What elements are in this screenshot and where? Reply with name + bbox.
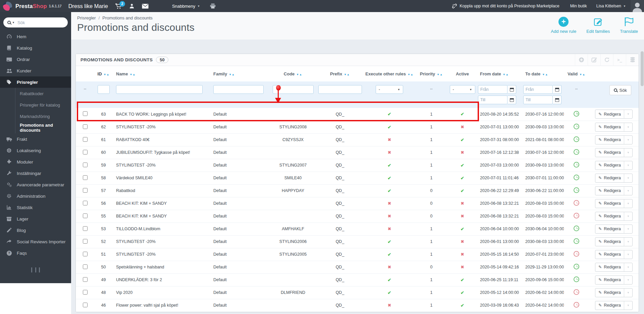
edit-dropdown-toggle[interactable]: ▼ [624, 225, 632, 233]
search-scope-dropdown-icon[interactable]: ▼ [12, 21, 15, 24]
active-filter-select[interactable]: -▼ [450, 85, 475, 94]
edit-button[interactable]: ✎ Redigera ▼ [595, 225, 633, 234]
edit-button[interactable]: ✎ Redigera ▼ [595, 288, 633, 297]
breadcrumb-prisregler[interactable]: Prisregler [77, 15, 96, 20]
edit-icon[interactable] [588, 54, 600, 66]
sidebar-item-rabattkoder[interactable]: Rabattkoder [15, 88, 71, 99]
column-header-priority[interactable]: Priority▼▲ [415, 66, 448, 81]
shop-name[interactable]: Dress like Marie [68, 3, 108, 9]
sidebar-item-frakt[interactable]: Frakt [0, 133, 71, 145]
table-row[interactable]: 50 Spetsklänning + halsband Default QD_ … [76, 261, 639, 273]
row-checkbox[interactable] [83, 137, 88, 142]
column-header-to-date[interactable]: To date▼▲ [522, 66, 564, 81]
edit-button[interactable]: ✎ Redigera ▼ [595, 110, 633, 119]
mail-icon[interactable] [142, 4, 149, 9]
edit-dropdown-toggle[interactable]: ▼ [624, 250, 632, 259]
edit-dropdown-toggle[interactable]: ▼ [624, 136, 632, 144]
column-header-from-date[interactable]: From date▼▲ [477, 66, 522, 81]
prestashop-logo[interactable]: PrestaShop 1.6.1.17 [0, 2, 62, 11]
edit-button[interactable]: ✎ Redigera ▼ [595, 161, 633, 170]
column-header-name[interactable]: Name▼▲ [113, 66, 210, 81]
from-date-from-input[interactable] [478, 85, 507, 94]
edit-button[interactable]: ✎ Redigera ▼ [595, 250, 633, 259]
row-checkbox[interactable] [83, 226, 88, 231]
row-checkbox[interactable] [83, 239, 88, 244]
from-date-till-input[interactable] [478, 96, 507, 104]
add-new-rule-button[interactable]: + Add new rule [551, 17, 576, 34]
table-row[interactable]: 62 STYLINGTEST -20% Default STYLING2008 … [76, 121, 639, 133]
quick-menu[interactable]: Snabbmeny▼ [172, 4, 200, 9]
sidebar-item-hem[interactable]: Hem [0, 31, 71, 42]
row-checkbox[interactable] [83, 264, 88, 269]
sidebar-item-administration[interactable]: Administration [0, 190, 71, 202]
edit-families-button[interactable]: Edit families [586, 17, 610, 34]
edit-dropdown-toggle[interactable]: ▼ [624, 199, 632, 208]
my-shop-link[interactable]: Min butik [570, 4, 587, 8]
execute-filter-select[interactable]: -▼ [376, 85, 403, 94]
sidebar-item-marknadsforing[interactable]: Marknadsföring [15, 111, 71, 122]
to-date-from-input[interactable] [523, 85, 553, 94]
filter-search-button[interactable]: Sök [609, 85, 631, 95]
table-row[interactable]: 60 JUBILEUMSOUFIT: Tygkasse på köpet! De… [76, 146, 639, 159]
refresh-icon[interactable] [600, 54, 613, 66]
edit-dropdown-toggle[interactable]: ▼ [624, 276, 632, 284]
row-checkbox[interactable] [83, 252, 88, 256]
edit-button[interactable]: ✎ Redigera ▼ [595, 275, 633, 285]
terminal-icon[interactable]: >_ [613, 54, 626, 66]
sidebar-item-statistik[interactable]: Statistik [0, 202, 71, 213]
edit-dropdown-toggle[interactable]: ▼ [624, 289, 632, 297]
sidebar-item-avancerade-parametrar[interactable]: Avancerade parametrar [0, 179, 71, 190]
calendar-button[interactable] [553, 96, 561, 104]
table-row[interactable]: 56 BEACH KIT: KIM + SANDY Default QD_ ✖ … [76, 197, 639, 210]
prefix-filter-input[interactable] [318, 85, 362, 94]
row-checkbox[interactable] [83, 303, 88, 307]
edit-dropdown-toggle[interactable]: ▼ [624, 238, 632, 246]
sidebar-item-promotions-and-discounts[interactable]: Promotions and discounts [15, 122, 71, 133]
table-row[interactable]: 48 Vip 2020 Default DLMFRIEND QD_ ✔ 1 ✔ … [76, 286, 639, 299]
edit-button[interactable]: ✎ Redigera ▼ [595, 199, 633, 208]
code-filter-input[interactable] [273, 85, 314, 94]
row-checkbox[interactable] [83, 188, 88, 193]
column-header-prefix[interactable]: Prefix▼▲ [316, 66, 364, 81]
avatar[interactable] [631, 0, 644, 12]
sidebar-item-prisregler[interactable]: Prisregler [0, 76, 71, 88]
edit-dropdown-toggle[interactable]: ▼ [624, 212, 632, 221]
user-menu[interactable]: Lisa Kittelsen▼ [596, 4, 626, 8]
table-row[interactable]: 53 TILLGODO-M.Lindblom Default AMFHAKLF … [76, 223, 639, 235]
edit-dropdown-toggle[interactable]: ▼ [624, 123, 632, 131]
edit-dropdown-toggle[interactable]: ▼ [624, 161, 632, 170]
table-row[interactable]: 58 Värdekod SMILE40 Default SMILE40 QD_ … [76, 172, 639, 184]
table-row[interactable]: 55 BEACH KIT: KIM + SANDY Default QD_ ✖ … [76, 210, 639, 223]
print-icon[interactable] [210, 3, 216, 9]
to-date-till-input[interactable] [523, 96, 553, 104]
table-row[interactable]: 59 STYLINGTEST -20% Default STYLING2007 … [76, 159, 639, 172]
edit-button[interactable]: ✎ Redigera ▼ [595, 301, 633, 310]
row-checkbox[interactable] [83, 213, 88, 218]
name-filter-input[interactable] [116, 85, 203, 94]
cart-icon[interactable]: 2 [115, 3, 122, 9]
edit-button[interactable]: ✎ Redigera ▼ [595, 186, 633, 195]
sidebar-item-blog[interactable]: Blog [0, 225, 71, 236]
edit-button[interactable]: ✎ Redigera ▼ [595, 123, 633, 132]
calendar-button[interactable] [553, 85, 561, 94]
row-checkbox[interactable] [83, 111, 88, 116]
table-row[interactable]: 46 Flower power: valfri sjal på köpet! D… [76, 299, 639, 312]
edit-button[interactable]: ✎ Redigera ▼ [595, 263, 633, 272]
sidebar-item-kunder[interactable]: Kunder [0, 65, 71, 76]
user-icon[interactable] [129, 3, 135, 9]
table-row[interactable]: 51 STYLINGTEST -20% Default STYLING2005 … [76, 248, 639, 261]
column-header-valid[interactable]: Valid▼▲ [564, 66, 589, 81]
edit-dropdown-toggle[interactable]: ▼ [624, 110, 632, 118]
sidebar-search[interactable]: ▼ [3, 17, 68, 27]
column-header-execute-other-rules[interactable]: Execute other rules▼▲ [364, 66, 415, 81]
table-row[interactable]: 61 RABATTKOD 40€ Default C9ZYSSJX QD_ ✖ … [76, 133, 639, 146]
edit-button[interactable]: ✎ Redigera ▼ [595, 174, 633, 183]
sidebar-item-faqs[interactable]: ? Faqs [0, 247, 71, 259]
database-icon[interactable] [626, 54, 639, 66]
edit-button[interactable]: ✎ Redigera ▼ [595, 212, 633, 221]
calendar-button[interactable] [507, 85, 516, 94]
table-row[interactable]: 57 Rabattkod Default HAPPYDAY QD_ ✔ 0 ✔ … [76, 184, 639, 197]
calendar-button[interactable] [507, 96, 516, 104]
row-checkbox[interactable] [83, 150, 88, 154]
edit-dropdown-toggle[interactable]: ▼ [624, 174, 632, 182]
